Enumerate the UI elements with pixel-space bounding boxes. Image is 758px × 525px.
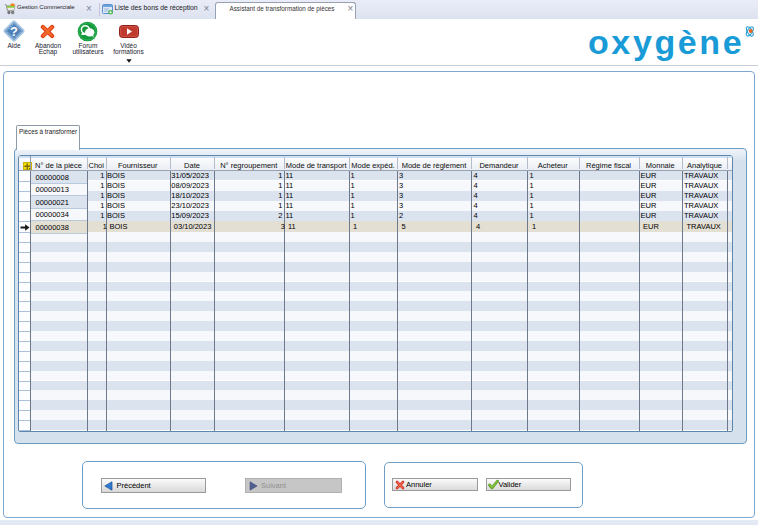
svg-text:?: ? (10, 23, 18, 38)
